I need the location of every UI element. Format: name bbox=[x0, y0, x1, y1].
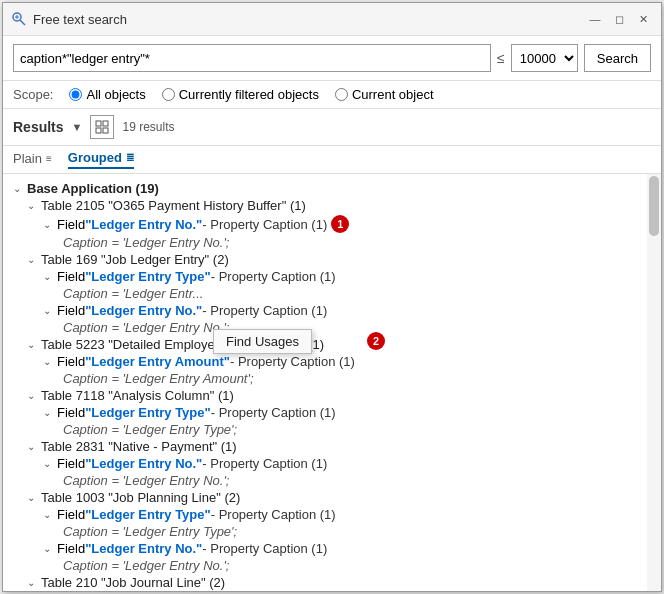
close-button[interactable]: ✕ bbox=[633, 9, 653, 29]
tree-field-ledger-entry-type-1[interactable]: ⌄ Field "Ledger Entry Type" - Property C… bbox=[3, 268, 661, 285]
tree-caption-2: Caption = 'Ledger Entr... bbox=[3, 285, 661, 302]
tree-table-2105[interactable]: ⌄ Table 2105 "O365 Payment History Buffe… bbox=[3, 197, 661, 214]
search-bar: ≤ 10000 Search bbox=[3, 36, 661, 81]
tree-field-ledger-entry-no-4[interactable]: ⌄ Field "Ledger Entry No." - Property Ca… bbox=[3, 540, 661, 557]
results-header: Results ▼ 19 results bbox=[3, 109, 661, 146]
chevron-icon[interactable]: ⌄ bbox=[43, 458, 57, 469]
tree-table-210[interactable]: ⌄ Table 210 "Job Journal Line" (2) bbox=[3, 574, 661, 591]
badge-2: 2 bbox=[367, 332, 385, 350]
scope-bar: Scope: All objects Currently filtered ob… bbox=[3, 81, 661, 109]
tree-field-ledger-entry-amount[interactable]: ⌄ Field "Ledger Entry Amount" - Property… bbox=[3, 353, 661, 370]
tree-field-ledger-entry-type-3[interactable]: ⌄ Field "Ledger Entry Type" - Property C… bbox=[3, 506, 661, 523]
scrollbar-track[interactable] bbox=[647, 174, 661, 591]
tree-caption-6: Caption = 'Ledger Entry No.'; bbox=[3, 472, 661, 489]
badge-1: 1 bbox=[331, 215, 349, 233]
results-count: 19 results bbox=[122, 120, 174, 134]
field-label: Field bbox=[57, 507, 85, 522]
tree-table-2831[interactable]: ⌄ Table 2831 "Native - Payment" (1) bbox=[3, 438, 661, 455]
chevron-icon[interactable]: ⌄ bbox=[43, 219, 57, 230]
field-label: Field bbox=[57, 269, 85, 284]
field-label: Field bbox=[57, 303, 85, 318]
tree-table-5223[interactable]: ⌄ Table 5223 "Detailed Employee Ledger E… bbox=[3, 336, 661, 353]
results-icon-button[interactable] bbox=[90, 115, 114, 139]
svg-rect-5 bbox=[103, 121, 108, 126]
tab-plain[interactable]: Plain ≡ bbox=[13, 151, 52, 168]
chevron-icon[interactable]: ⌄ bbox=[27, 441, 41, 452]
svg-rect-7 bbox=[103, 128, 108, 133]
tree-field-ledger-entry-no-3[interactable]: ⌄ Field "Ledger Entry No." - Property Ca… bbox=[3, 455, 661, 472]
scrollbar-thumb[interactable] bbox=[649, 176, 659, 236]
tree-field-ledger-entry-type-2[interactable]: ⌄ Field "Ledger Entry Type" - Property C… bbox=[3, 404, 661, 421]
tree-field-ledger-entry-no-2[interactable]: ⌄ Field "Ledger Entry No." - Property Ca… bbox=[3, 302, 661, 319]
svg-rect-4 bbox=[96, 121, 101, 126]
field-label: Field bbox=[57, 354, 85, 369]
title-bar: Free text search — ◻ ✕ bbox=[3, 3, 661, 36]
chevron-icon[interactable]: ⌄ bbox=[43, 407, 57, 418]
chevron-icon[interactable]: ⌄ bbox=[43, 305, 57, 316]
tree-table-7118[interactable]: ⌄ Table 7118 "Analysis Column" (1) bbox=[3, 387, 661, 404]
scope-label: Scope: bbox=[13, 87, 53, 102]
limit-symbol: ≤ bbox=[497, 50, 505, 66]
find-usages-popup[interactable]: Find Usages bbox=[213, 329, 312, 354]
chevron-icon[interactable]: ⌄ bbox=[27, 492, 41, 503]
svg-line-1 bbox=[20, 20, 25, 25]
field-label: Field bbox=[57, 456, 85, 471]
tree-field-ledger-entry-no-1[interactable]: ⌄ Field "Ledger Entry No." - Property Ca… bbox=[3, 214, 661, 234]
search-button[interactable]: Search bbox=[584, 44, 651, 72]
chevron-icon[interactable]: ⌄ bbox=[43, 356, 57, 367]
field-label: Field bbox=[57, 217, 85, 232]
results-content: ⌄ Base Application (19) ⌄ Table 2105 "O3… bbox=[3, 174, 661, 591]
scope-filtered-objects[interactable]: Currently filtered objects bbox=[162, 87, 319, 102]
tab-grouped[interactable]: Grouped ≣ bbox=[68, 150, 134, 169]
tree-caption-5: Caption = 'Ledger Entry Type'; bbox=[3, 421, 661, 438]
chevron-icon[interactable]: ⌄ bbox=[13, 183, 27, 194]
field-label: Field bbox=[57, 541, 85, 556]
chevron-icon[interactable]: ⌄ bbox=[43, 271, 57, 282]
svg-rect-6 bbox=[96, 128, 101, 133]
chevron-icon[interactable]: ⌄ bbox=[27, 200, 41, 211]
maximize-button[interactable]: ◻ bbox=[609, 9, 629, 29]
tree-table-1003[interactable]: ⌄ Table 1003 "Job Planning Line" (2) bbox=[3, 489, 661, 506]
limit-select[interactable]: 10000 bbox=[511, 44, 578, 72]
results-chevron[interactable]: ▼ bbox=[72, 121, 83, 133]
tree-caption-7: Caption = 'Ledger Entry Type'; bbox=[3, 523, 661, 540]
scope-current-object[interactable]: Current object bbox=[335, 87, 434, 102]
window-controls: — ◻ ✕ bbox=[585, 9, 653, 29]
chevron-icon[interactable]: ⌄ bbox=[27, 254, 41, 265]
chevron-icon[interactable]: ⌄ bbox=[27, 390, 41, 401]
tree-caption-1: Caption = 'Ledger Entry No.'; bbox=[3, 234, 661, 251]
tree-caption-8: Caption = 'Ledger Entry No.'; bbox=[3, 557, 661, 574]
search-input[interactable] bbox=[13, 44, 491, 72]
tree-table-169[interactable]: ⌄ Table 169 "Job Ledger Entry" (2) bbox=[3, 251, 661, 268]
tree-caption-3: Caption = 'Ledger Entry No.'; bbox=[3, 319, 661, 336]
chevron-icon[interactable]: ⌄ bbox=[27, 339, 41, 350]
minimize-button[interactable]: — bbox=[585, 9, 605, 29]
chevron-icon[interactable]: ⌄ bbox=[43, 509, 57, 520]
results-title: Results bbox=[13, 119, 64, 135]
chevron-icon[interactable]: ⌄ bbox=[43, 543, 57, 554]
view-tabs: Plain ≡ Grouped ≣ bbox=[3, 146, 661, 174]
chevron-icon[interactable]: ⌄ bbox=[27, 577, 41, 588]
tree-caption-4: Caption = 'Ledger Entry Amount'; bbox=[3, 370, 661, 387]
window-title: Free text search bbox=[33, 12, 585, 27]
main-window: Free text search — ◻ ✕ ≤ 10000 Search Sc… bbox=[2, 2, 662, 592]
scope-all-objects[interactable]: All objects bbox=[69, 87, 145, 102]
tree-base-application[interactable]: ⌄ Base Application (19) bbox=[3, 180, 661, 197]
app-icon bbox=[11, 11, 27, 27]
field-label: Field bbox=[57, 405, 85, 420]
